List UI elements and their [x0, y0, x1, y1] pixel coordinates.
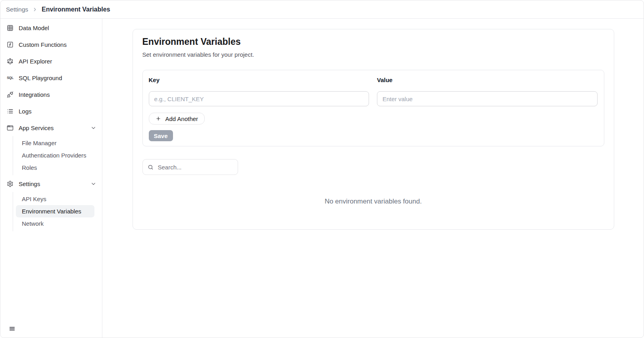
chevron-down-icon	[90, 125, 96, 131]
graphql-icon	[7, 58, 13, 65]
sidebar-group-app-services[interactable]: App Services	[0, 119, 102, 136]
chevron-down-icon	[90, 181, 96, 187]
key-input[interactable]	[149, 91, 369, 106]
page-subtitle: Set environment variables for your proje…	[142, 51, 604, 58]
list-icon	[7, 108, 13, 115]
sql-icon: SQL	[7, 75, 13, 81]
sidebar-group-label: App Services	[19, 125, 54, 131]
settings-subnav: API Keys Environment Variables Network	[13, 192, 94, 231]
sidebar-item-label: Integrations	[19, 91, 50, 98]
sidebar-item-authentication-providers[interactable]: Authentication Providers	[16, 149, 94, 161]
sidebar-collapse-button[interactable]	[8, 324, 16, 333]
app-window: Settings Environment Variables Data Mode…	[0, 0, 644, 338]
plus-icon	[156, 116, 161, 121]
variable-editor-panel: Key Value Add Another Save	[142, 70, 604, 146]
sidebar-item-network[interactable]: Network	[16, 217, 94, 230]
sidebar-item-label: SQL Playground	[19, 75, 62, 81]
menu-icon	[9, 325, 15, 332]
add-another-button[interactable]: Add Another	[149, 113, 205, 125]
chevron-right-icon	[32, 7, 38, 12]
sidebar-item-api-explorer[interactable]: API Explorer	[0, 53, 102, 69]
main-content: Environment Variables Set environment va…	[103, 19, 644, 338]
empty-state-message: No environment variables found.	[142, 198, 604, 205]
function-square-icon	[7, 41, 13, 48]
search-box[interactable]	[142, 159, 238, 175]
sidebar-item-api-keys[interactable]: API Keys	[16, 193, 94, 205]
sidebar-item-roles[interactable]: Roles	[16, 161, 94, 174]
sidebar-item-label: Logs	[19, 108, 32, 115]
sidebar-item-sql-playground[interactable]: SQL SQL Playground	[0, 69, 102, 86]
sidebar-item-integrations[interactable]: Integrations	[0, 86, 102, 103]
app-window-icon	[7, 125, 13, 131]
search-icon	[148, 164, 154, 170]
add-another-label: Add Another	[165, 115, 198, 122]
sidebar-item-environment-variables[interactable]: Environment Variables	[16, 205, 94, 217]
sidebar-item-label: API Explorer	[19, 58, 52, 65]
key-label: Key	[149, 77, 369, 83]
breadcrumb-settings-link[interactable]: Settings	[6, 6, 28, 13]
sidebar-item-logs[interactable]: Logs	[0, 103, 102, 119]
save-button[interactable]: Save	[149, 130, 173, 141]
search-input[interactable]	[157, 163, 238, 171]
gear-icon	[7, 181, 13, 187]
sidebar-item-label: Data Model	[19, 25, 49, 31]
breadcrumb-current-page: Environment Variables	[42, 6, 110, 13]
sidebar-group-label: Settings	[19, 181, 40, 187]
page-title: Environment Variables	[142, 36, 604, 47]
sidebar-item-label: Custom Functions	[19, 41, 67, 48]
grid-table-icon	[7, 25, 13, 31]
environment-variables-card: Environment Variables Set environment va…	[133, 29, 614, 230]
breadcrumb: Settings Environment Variables	[0, 0, 644, 19]
sidebar-item-data-model[interactable]: Data Model	[0, 19, 102, 36]
sidebar-item-custom-functions[interactable]: Custom Functions	[0, 36, 102, 53]
app-services-subnav: File Manager Authentication Providers Ro…	[13, 136, 94, 175]
unplug-icon	[7, 91, 13, 98]
value-input[interactable]	[377, 91, 598, 106]
sidebar: Data Model Custom Functions API Explorer	[0, 19, 102, 338]
key-column: Key	[149, 77, 369, 106]
value-column: Value	[377, 77, 598, 106]
sidebar-group-settings[interactable]: Settings	[0, 175, 102, 192]
value-label: Value	[377, 77, 598, 83]
sidebar-item-file-manager[interactable]: File Manager	[16, 137, 94, 149]
